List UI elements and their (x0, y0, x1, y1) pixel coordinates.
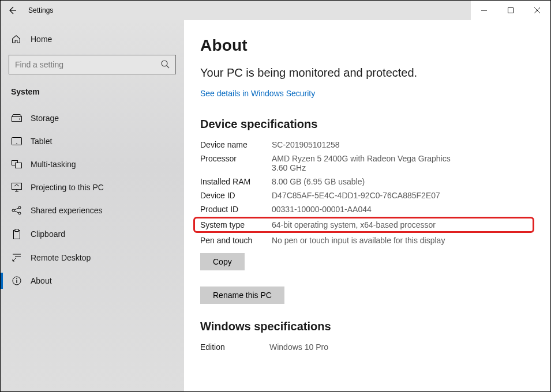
titlebar: Settings (1, 1, 550, 20)
close-icon (534, 7, 540, 13)
spec-value-pen-touch: No pen or touch input is available for t… (272, 236, 527, 245)
sidebar-item-label: Remote Desktop (31, 253, 91, 262)
minimize-button[interactable] (471, 1, 497, 20)
multitasking-icon (11, 160, 23, 168)
sidebar-item-label: Shared experiences (31, 206, 103, 215)
main-panel: About Your PC is being monitored and pro… (184, 20, 550, 391)
windows-spec-table: Edition Windows 10 Pro (200, 342, 527, 352)
sidebar-home[interactable]: Home (1, 28, 184, 51)
svg-point-9 (12, 209, 14, 212)
spec-value-device-name: SC-201905101258 (272, 140, 527, 149)
windows-spec-heading: Windows specifications (200, 320, 527, 333)
minimize-icon (481, 7, 487, 13)
tablet-icon (11, 137, 23, 145)
sidebar-item-tablet[interactable]: Tablet (1, 130, 184, 153)
sidebar-item-multitasking[interactable]: Multi-tasking (1, 153, 184, 176)
about-icon (11, 276, 23, 285)
storage-icon (11, 114, 23, 122)
sidebar-item-label: About (31, 276, 52, 285)
clipboard-icon (11, 229, 23, 239)
spec-value-device-id: D47C85AF-5E4C-4DD1-92C0-76CA885F2E07 (272, 191, 527, 200)
sidebar-item-label: Multi-tasking (31, 160, 76, 169)
spec-value-ram: 8.00 GB (6.95 GB usable) (272, 177, 527, 186)
spec-label-edition: Edition (200, 342, 269, 352)
home-icon (11, 34, 23, 44)
svg-point-5 (16, 143, 17, 144)
svg-point-15 (16, 278, 17, 280)
security-link[interactable]: See details in Windows Security (200, 89, 315, 98)
maximize-button[interactable] (497, 1, 524, 20)
back-button[interactable] (1, 1, 24, 20)
arrow-left-icon (8, 6, 17, 15)
spec-row-system-type-highlighted: System type 64-bit operating system, x64… (193, 217, 534, 233)
spec-value-processor: AMD Ryzen 5 2400G with Radeon Vega Graph… (272, 154, 468, 172)
sidebar-item-storage[interactable]: Storage (1, 107, 184, 130)
projecting-icon (11, 183, 23, 192)
maximize-icon (508, 7, 513, 13)
sidebar-item-label: Storage (31, 114, 59, 123)
page-title: About (200, 36, 527, 55)
sidebar-item-label: Clipboard (31, 229, 65, 239)
sidebar-item-shared[interactable]: Shared experiences (1, 199, 184, 222)
search-input[interactable] (15, 60, 160, 69)
spec-label-product-id: Product ID (200, 205, 269, 214)
copy-button[interactable]: Copy (200, 253, 245, 270)
spec-label-system-type: System type (200, 220, 269, 229)
search-box[interactable] (9, 55, 176, 74)
device-spec-table: Device name SC-201905101258 Processor AM… (200, 140, 527, 245)
remote-icon (11, 253, 23, 262)
sidebar-item-remote[interactable]: Remote Desktop (1, 246, 184, 269)
shared-icon (11, 206, 23, 215)
sidebar-item-label: Tablet (31, 137, 52, 146)
search-icon (160, 59, 170, 70)
rename-pc-button[interactable]: Rename this PC (200, 287, 284, 304)
spec-value-system-type: 64-bit operating system, x64-based proce… (272, 220, 527, 229)
sidebar-item-label: Projecting to this PC (31, 183, 104, 192)
svg-rect-7 (16, 163, 22, 168)
protection-status: Your PC is being monitored and protected… (200, 65, 443, 81)
close-button[interactable] (524, 1, 550, 20)
sidebar-item-clipboard[interactable]: Clipboard (1, 222, 184, 246)
svg-rect-13 (15, 229, 18, 232)
window-title: Settings (28, 6, 53, 14)
sidebar-item-about[interactable]: About (1, 269, 184, 292)
svg-point-10 (18, 206, 21, 209)
spec-label-pen-touch: Pen and touch (200, 236, 269, 245)
device-spec-heading: Device specifications (200, 118, 527, 131)
svg-point-1 (162, 61, 167, 66)
sidebar-item-projecting[interactable]: Projecting to this PC (1, 176, 184, 199)
spec-label-device-name: Device name (200, 140, 269, 149)
svg-rect-0 (508, 8, 513, 13)
sidebar: Home System Storage Tablet (1, 20, 184, 391)
window-controls (471, 1, 550, 20)
spec-label-ram: Installed RAM (200, 177, 269, 186)
spec-label-device-id: Device ID (200, 191, 269, 200)
svg-point-3 (19, 119, 20, 120)
spec-label-processor: Processor (200, 154, 269, 172)
svg-rect-8 (12, 183, 22, 190)
spec-value-product-id: 00331-10000-00001-AA044 (272, 205, 527, 214)
svg-point-11 (18, 212, 21, 214)
spec-value-edition: Windows 10 Pro (269, 342, 527, 352)
sidebar-section-label: System (1, 82, 184, 107)
sidebar-home-label: Home (31, 35, 52, 44)
